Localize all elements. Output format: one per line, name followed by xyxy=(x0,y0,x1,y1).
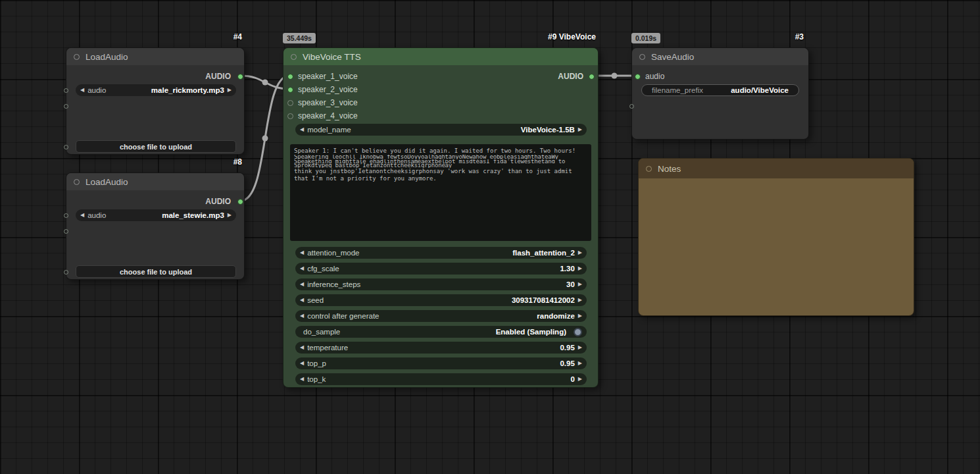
widget-name: filename_prefix xyxy=(652,86,703,94)
collapse-dot-icon[interactable] xyxy=(74,54,80,60)
filename-prefix-text-widget[interactable]: filename_prefix audio/VibeVoice xyxy=(641,84,799,96)
combo-right-arrow-icon[interactable]: ▶ xyxy=(228,88,232,93)
input-dot-speaker-1-voice[interactable] xyxy=(287,74,293,80)
node-saveaudio[interactable]: SaveAudio audio filename_prefix audio/Vi… xyxy=(631,47,809,140)
script-line: that I'm not a priority for you anymore. xyxy=(294,175,587,182)
output-dot-audio[interactable] xyxy=(237,199,243,205)
input-dot-speaker-2-voice[interactable] xyxy=(287,87,293,93)
audio-combo-widget[interactable]: ◀ audio male_rickmorty.mp3 ▶ xyxy=(76,84,236,96)
widget-value: 1.30 xyxy=(560,265,574,273)
stepper-right-arrow-icon[interactable]: ▶ xyxy=(578,377,582,382)
widget-value: 0 xyxy=(570,375,574,383)
choose-file-button[interactable]: choose file to upload xyxy=(76,265,236,278)
script-line: Speakething mighttale ēhadlinthensameaex… xyxy=(294,159,587,164)
input-slot-label: audio xyxy=(645,72,664,81)
combo-right-arrow-icon[interactable]: ▶ xyxy=(578,250,582,255)
node-header[interactable]: LoadAudio xyxy=(66,48,244,65)
combo-left-arrow-icon[interactable]: ◀ xyxy=(80,88,84,93)
widget-input-dot-upload[interactable] xyxy=(64,270,68,275)
widget-value: 0.95 xyxy=(560,344,574,352)
widget-input-dot-audio[interactable] xyxy=(64,88,68,93)
stepper-right-arrow-icon[interactable]: ▶ xyxy=(578,345,582,350)
widget-value: randomize xyxy=(537,312,575,320)
node-header[interactable]: LoadAudio xyxy=(66,173,244,190)
widget-input-dot[interactable] xyxy=(64,229,68,234)
script-textarea[interactable]: Speaker 1: I can't believe you did it ag… xyxy=(290,144,591,241)
widget-input-dot-audio[interactable] xyxy=(64,213,68,218)
node-notes[interactable]: Notes xyxy=(638,158,914,316)
output-slot-audio: AUDIO xyxy=(205,70,231,82)
combo-left-arrow-icon[interactable]: ◀ xyxy=(300,313,304,319)
input-dot-audio[interactable] xyxy=(635,74,641,80)
input-dot-speaker-3-voice[interactable] xyxy=(287,100,293,106)
node-id-badge-load1: #4 xyxy=(66,32,242,41)
choose-file-button[interactable]: choose file to upload xyxy=(76,140,236,153)
combo-left-arrow-icon[interactable]: ◀ xyxy=(80,213,84,218)
node-title: LoadAudio xyxy=(86,52,128,62)
node-header[interactable]: VibeVoice TTS xyxy=(283,48,598,65)
toggle-knob-icon[interactable] xyxy=(574,328,582,336)
combo-right-arrow-icon[interactable]: ▶ xyxy=(578,127,582,132)
combo-right-arrow-icon[interactable]: ▶ xyxy=(228,213,232,218)
input-slot-label: speaker_2_voice xyxy=(298,85,358,94)
seed-number-widget[interactable]: ◀ seed 309317081412002 ▶ xyxy=(295,294,587,306)
collapse-dot-icon[interactable] xyxy=(74,179,80,185)
widget-name: seed xyxy=(307,296,324,304)
combo-left-arrow-icon[interactable]: ◀ xyxy=(300,127,304,132)
script-line: Speakering leochll Iknobwa fěwtsoDoyyoal… xyxy=(294,155,587,159)
audio-combo-widget[interactable]: ◀ audio male_stewie.mp3 ▶ xyxy=(76,209,236,221)
combo-right-arrow-icon[interactable]: ▶ xyxy=(578,313,582,319)
stepper-right-arrow-icon[interactable]: ▶ xyxy=(578,266,582,271)
model-name-combo-widget[interactable]: ◀ model_name VibeVoice-1.5B ▶ xyxy=(295,124,587,136)
widget-input-dot-upload[interactable] xyxy=(64,145,68,149)
stepper-left-arrow-icon[interactable]: ◀ xyxy=(300,298,304,303)
node-id-badge-vibe: #9 VibeVoice xyxy=(283,32,596,41)
input-dot-speaker-4-voice[interactable] xyxy=(287,113,293,119)
widget-value: 0.95 xyxy=(560,359,574,367)
inference-steps-number-widget[interactable]: ◀ inference_steps 30 ▶ xyxy=(295,278,587,290)
control-after-generate-combo-widget[interactable]: ◀ control after generate randomize ▶ xyxy=(295,310,587,322)
collapse-dot-icon[interactable] xyxy=(639,54,645,60)
node-header[interactable]: SaveAudio xyxy=(632,48,808,65)
widget-value: 30 xyxy=(566,280,575,288)
widget-name: top_k xyxy=(307,375,326,383)
widget-name: do_sample xyxy=(303,328,340,336)
output-slot-label: AUDIO xyxy=(205,197,231,206)
script-line: Sprokdtÿpeg bastbop'Ietanžonttcheeksigrp… xyxy=(294,163,587,168)
node-loadaudio-2[interactable]: LoadAudio AUDIO ◀ audio male_stewie.mp3 … xyxy=(66,172,245,280)
stepper-left-arrow-icon[interactable]: ◀ xyxy=(300,266,304,271)
input-slot: speaker_2_voice xyxy=(298,84,358,95)
stepper-left-arrow-icon[interactable]: ◀ xyxy=(300,377,304,382)
stepper-right-arrow-icon[interactable]: ▶ xyxy=(578,361,582,366)
widget-input-dot-filename-prefix[interactable] xyxy=(629,104,634,109)
stepper-left-arrow-icon[interactable]: ◀ xyxy=(300,345,304,350)
temperature-number-widget[interactable]: ◀ temperature 0.95 ▶ xyxy=(295,342,587,354)
output-dot-audio[interactable] xyxy=(589,74,595,80)
input-slot: speaker_4_voice xyxy=(298,110,358,122)
combo-left-arrow-icon[interactable]: ◀ xyxy=(300,250,304,255)
widget-input-dot[interactable] xyxy=(64,104,68,109)
input-slot-label: speaker_3_voice xyxy=(298,98,358,107)
stepper-left-arrow-icon[interactable]: ◀ xyxy=(300,361,304,366)
attention-mode-combo-widget[interactable]: ◀ attention_mode flash_attention_2 ▶ xyxy=(295,247,587,259)
stepper-right-arrow-icon[interactable]: ▶ xyxy=(578,298,582,303)
node-header[interactable]: Notes xyxy=(639,159,914,178)
collapse-dot-icon[interactable] xyxy=(291,54,297,60)
output-slot-audio: AUDIO xyxy=(205,196,231,207)
node-title: Notes xyxy=(658,164,681,174)
output-dot-audio[interactable] xyxy=(237,74,243,80)
top-k-number-widget[interactable]: ◀ top_k 0 ▶ xyxy=(295,373,587,385)
collapse-dot-icon[interactable] xyxy=(646,166,652,172)
do-sample-toggle-widget[interactable]: do_sample Enabled (Sampling) xyxy=(295,326,587,338)
top-p-number-widget[interactable]: ◀ top_p 0.95 ▶ xyxy=(295,357,587,369)
wire-midpoint-dot xyxy=(612,73,618,79)
stepper-left-arrow-icon[interactable]: ◀ xyxy=(300,282,304,287)
stepper-right-arrow-icon[interactable]: ▶ xyxy=(578,282,582,287)
output-slot-audio: AUDIO xyxy=(558,70,583,82)
widget-name: inference_steps xyxy=(307,280,360,288)
node-vibevoice-tts[interactable]: VibeVoice TTS speaker_1_voice speaker_2_… xyxy=(283,47,599,388)
cfg-scale-number-widget[interactable]: ◀ cfg_scale 1.30 ▶ xyxy=(295,263,587,275)
widget-name: audio xyxy=(87,86,106,94)
node-loadaudio-1[interactable]: LoadAudio AUDIO ◀ audio male_rickmorty.m… xyxy=(66,47,245,155)
notes-body[interactable] xyxy=(639,178,914,315)
